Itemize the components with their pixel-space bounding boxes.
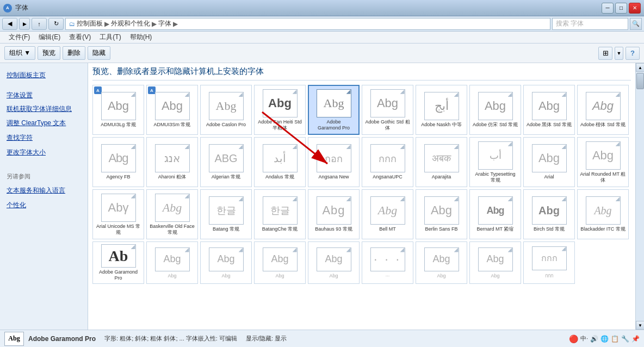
- tray-icon-4: 📋: [611, 335, 619, 343]
- path-arrow-2: ▶: [152, 20, 157, 28]
- sidebar-link-main[interactable]: 控制面板主页: [0, 69, 88, 82]
- tray-icon-5: 🔧: [621, 335, 629, 343]
- sidebar: 控制面板主页 字体设置 联机获取字体详细信息 调整 ClearType 文本 查…: [0, 63, 88, 330]
- sidebar-link-text-services[interactable]: 文本服务和输入语言: [0, 184, 88, 197]
- tray-icon-3: 🌐: [600, 335, 609, 343]
- font-item-angsana[interactable]: กอก Angsana New: [308, 137, 360, 187]
- font-item-row4-1[interactable]: Abg Abg: [146, 241, 198, 284]
- font-item-garamond-large[interactable]: Ab Adobe Garamond Pro: [92, 241, 144, 284]
- font-item-admui3lg[interactable]: A Abg ADMUI3Lg 常规: [92, 85, 144, 135]
- font-item-baskerville[interactable]: Abg Baskerville Old Face 常规: [146, 189, 198, 239]
- path-segment-1: 控制面板: [77, 19, 103, 28]
- scrollbar[interactable]: ▲ ▼: [635, 63, 644, 330]
- scroll-down-button[interactable]: ▼: [636, 321, 644, 330]
- help-button[interactable]: ?: [626, 47, 640, 60]
- font-item-arial[interactable]: Abg Arial: [523, 137, 575, 187]
- system-tray: 🔴 中· 🔊 🌐 📋 🔧 📌: [569, 334, 640, 343]
- menu-file[interactable]: 文件(F): [4, 32, 34, 43]
- font-item-naskh[interactable]: أبج Adobe Naskh 中等: [416, 85, 467, 135]
- font-item-arial-rounded[interactable]: Abg Arial Rounded MT 粗体: [577, 137, 629, 187]
- font-item-aparajita[interactable]: अबक Aparajita: [416, 137, 467, 187]
- font-item-batang[interactable]: 한글 Batang 常规: [200, 189, 252, 239]
- font-item-garamond[interactable]: Abg AdobeGaramond Pro: [308, 85, 360, 135]
- menu-tools[interactable]: 工具(T): [95, 32, 125, 43]
- tray-icon-2: 🔊: [590, 335, 598, 343]
- close-button[interactable]: ✕: [629, 3, 641, 14]
- menu-help[interactable]: 帮助(H): [126, 32, 157, 43]
- sidebar-link-cleartype[interactable]: 调整 ClearType 文本: [0, 116, 88, 130]
- font-item-bellmt[interactable]: Abg Bell MT: [362, 189, 413, 239]
- font-item-gothic[interactable]: Abg Adobe Gothic Std 粗体: [362, 85, 413, 135]
- font-item-algerian[interactable]: ABG Algerian 常规: [200, 137, 252, 187]
- page-title: 预览、删除或者显示和隐藏计算机上安装的字体: [92, 66, 631, 80]
- path-segment-2: 外观和个性化: [111, 19, 150, 28]
- search-placeholder: 搜索 字体: [556, 19, 584, 28]
- sidebar-link-font-info[interactable]: 联机获取字体详细信息: [0, 103, 88, 115]
- font-item-admui3sm[interactable]: A Abg ADMUI3Sm 常规: [146, 85, 198, 135]
- font-item-row4-3[interactable]: Abg Abg: [254, 241, 306, 284]
- delete-button[interactable]: 删除: [63, 46, 85, 60]
- font-item-bernard[interactable]: Abg Bernard MT 紧缩: [469, 189, 521, 239]
- menu-view[interactable]: 查看(V): [65, 32, 95, 43]
- tray-text: 中·: [580, 334, 588, 343]
- tray-icon-6: 📌: [631, 335, 640, 343]
- font-item-caslon[interactable]: Abg Adobe Caslon Pro: [200, 85, 252, 135]
- font-item-angsanaupc[interactable]: กกก AngsanaUPC: [362, 137, 413, 187]
- path-arrow-3: ▶: [173, 20, 178, 28]
- scroll-up-button[interactable]: ▲: [636, 63, 644, 72]
- content-area[interactable]: 预览、删除或者显示和隐藏计算机上安装的字体 A Abg ADMUI3Lg 常规 …: [88, 63, 635, 330]
- tray-icon-1: 🔴: [569, 334, 578, 343]
- forward-button[interactable]: ▶: [19, 18, 30, 30]
- minimize-button[interactable]: ─: [602, 3, 614, 14]
- search-button[interactable]: 🔍: [630, 18, 642, 30]
- font-item-row4-5[interactable]: Abg Abg: [416, 241, 467, 284]
- title-bar: A 字体 ─ □ ✕: [0, 0, 644, 16]
- view-button[interactable]: ⊞: [598, 47, 612, 60]
- back-button[interactable]: ◀: [2, 18, 17, 30]
- refresh-button[interactable]: ↻: [48, 18, 64, 30]
- hide-button[interactable]: 隐藏: [88, 46, 110, 60]
- font-item-row4-thai[interactable]: กกก กกก: [523, 241, 575, 284]
- status-font-preview: Abg: [4, 332, 24, 346]
- search-box[interactable]: 搜索 字体: [552, 18, 628, 30]
- toolbar: 组织 ▼ 预览 删除 隐藏 ⊞ ▼ ?: [0, 44, 644, 63]
- path-segment-3: 字体: [158, 19, 171, 28]
- font-item-agency[interactable]: Abg Agency FB: [92, 137, 144, 187]
- font-item-kaiti[interactable]: Abg Adobe 楷体 Std 常规: [577, 85, 629, 135]
- status-bar: Abg Adobe Garamond Pro 字形: 粗体; 斜体; 粗体 斜体…: [0, 330, 644, 347]
- window-title: 字体: [15, 3, 28, 13]
- font-item-batangche[interactable]: 한글 BatangChe 常规: [254, 189, 306, 239]
- view-dropdown-button[interactable]: ▼: [615, 47, 623, 60]
- address-bar: ◀ ▶ ↑ ↻ 🗂 控制面板 ▶ 外观和个性化 ▶ 字体 ▶ 搜索 字体 🔍: [0, 16, 644, 32]
- sidebar-link-font-settings[interactable]: 字体设置: [0, 89, 88, 102]
- font-item-bauhaus[interactable]: Abg Bauhaus 93 常规: [308, 189, 360, 239]
- font-item-dots[interactable]: · · · ···: [362, 241, 413, 284]
- font-item-fangsong[interactable]: Abg Adobe 仿宋 Std 常规: [469, 85, 521, 135]
- preview-button[interactable]: 预览: [38, 46, 60, 60]
- font-item-row4-4[interactable]: Abg Abg: [308, 241, 360, 284]
- sidebar-link-find-char[interactable]: 查找字符: [0, 131, 88, 145]
- sidebar-link-font-size[interactable]: 更改字体大小: [0, 146, 88, 159]
- maximize-button[interactable]: □: [615, 3, 627, 14]
- font-item-blackadder[interactable]: Abg Blackadder ITC 常规: [577, 189, 629, 239]
- font-item-row4-2[interactable]: Abg Abg: [200, 241, 252, 284]
- font-item-row4-6[interactable]: Abg Abg: [469, 241, 521, 284]
- address-input[interactable]: 🗂 控制面板 ▶ 外观和个性化 ▶ 字体 ▶: [65, 18, 550, 30]
- menu-edit[interactable]: 编辑(E): [34, 32, 65, 43]
- see-also-title: 另请参阅: [0, 170, 88, 183]
- font-item-aharoni[interactable]: אנג Aharoni 粗体: [146, 137, 198, 187]
- scroll-thumb[interactable]: [636, 73, 644, 89]
- organize-button[interactable]: 组织 ▼: [4, 46, 35, 60]
- status-show-hide: 显示/隐藏: 显示: [246, 334, 287, 343]
- font-item-berlin[interactable]: Abg Berlin Sans FB: [416, 189, 467, 239]
- window-icon: A: [3, 4, 12, 13]
- sidebar-link-personalize[interactable]: 个性化: [0, 199, 88, 212]
- path-arrow-1: ▶: [104, 20, 109, 28]
- font-item-heiti[interactable]: Abg Adobe 黑体 Std 常规: [523, 85, 575, 135]
- font-item-fanheiti[interactable]: Abg Adobe Fan Heiti Std 半粗体: [254, 85, 306, 135]
- font-item-birch[interactable]: Abg Birch Std 常规: [523, 189, 575, 239]
- font-item-arabic-typesetting[interactable]: أب Arabic Typesetting 常规: [469, 137, 521, 187]
- font-item-arial-unicode[interactable]: Abγ Arial Unicode MS 常规: [92, 189, 144, 239]
- up-button[interactable]: ↑: [32, 18, 47, 30]
- font-item-andalus[interactable]: أبد Andalus 常规: [254, 137, 306, 187]
